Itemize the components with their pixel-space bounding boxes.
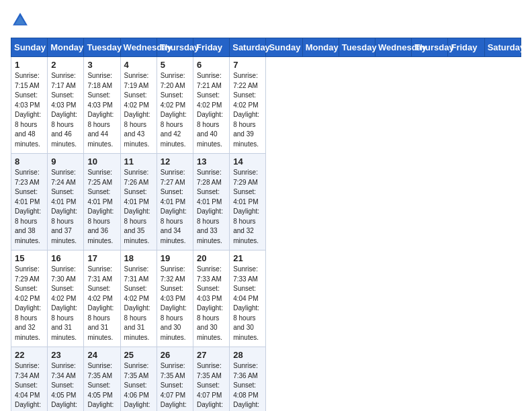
cell-info: Sunrise: 7:24 AMSunset: 4:01 PMDaylight:… <box>51 168 80 246</box>
col-header-tuesday: Tuesday <box>84 38 120 57</box>
week-row-4: 22Sunrise: 7:34 AMSunset: 4:04 PMDayligh… <box>11 347 521 412</box>
calendar-cell: 10Sunrise: 7:25 AMSunset: 4:01 PMDayligh… <box>84 154 120 250</box>
cell-info: Sunrise: 7:21 AMSunset: 4:02 PMDaylight:… <box>197 71 226 149</box>
col-header-wednesday: Wednesday <box>375 38 412 57</box>
calendar-header-row: SundayMondayTuesdayWednesdayThursdayFrid… <box>11 38 521 57</box>
cell-info: Sunrise: 7:29 AMSunset: 4:02 PMDaylight:… <box>15 265 44 342</box>
calendar-cell: 26Sunrise: 7:35 AMSunset: 4:07 PMDayligh… <box>157 347 193 412</box>
cell-info: Sunrise: 7:29 AMSunset: 4:01 PMDaylight:… <box>233 168 262 246</box>
calendar-cell: 6Sunrise: 7:21 AMSunset: 4:02 PMDaylight… <box>193 57 230 154</box>
day-number: 5 <box>161 60 189 70</box>
day-number: 2 <box>51 60 80 70</box>
calendar-cell: 12Sunrise: 7:27 AMSunset: 4:01 PMDayligh… <box>157 154 193 250</box>
week-row-2: 8Sunrise: 7:23 AMSunset: 4:01 PMDaylight… <box>11 154 521 250</box>
day-number: 25 <box>124 350 153 360</box>
col-header-monday: Monday <box>48 38 84 57</box>
day-number: 28 <box>233 350 262 360</box>
calendar-cell: 9Sunrise: 7:24 AMSunset: 4:01 PMDaylight… <box>48 154 84 250</box>
logo <box>11 11 32 30</box>
calendar-cell: 15Sunrise: 7:29 AMSunset: 4:02 PMDayligh… <box>11 250 48 347</box>
calendar-cell: 22Sunrise: 7:34 AMSunset: 4:04 PMDayligh… <box>11 347 48 412</box>
cell-info: Sunrise: 7:33 AMSunset: 4:04 PMDaylight:… <box>233 265 262 342</box>
cell-info: Sunrise: 7:32 AMSunset: 4:03 PMDaylight:… <box>161 265 189 342</box>
day-number: 4 <box>124 60 153 70</box>
calendar-cell: 28Sunrise: 7:36 AMSunset: 4:08 PMDayligh… <box>230 347 266 412</box>
day-number: 19 <box>161 253 189 263</box>
col-header-thursday: Thursday <box>157 38 193 57</box>
calendar-cell: 25Sunrise: 7:35 AMSunset: 4:06 PMDayligh… <box>120 347 157 412</box>
col-header-friday: Friday <box>448 38 484 57</box>
calendar-cell: 27Sunrise: 7:35 AMSunset: 4:07 PMDayligh… <box>193 347 230 412</box>
day-number: 8 <box>15 156 44 167</box>
col-header-friday: Friday <box>193 38 230 57</box>
calendar-cell: 1Sunrise: 7:15 AMSunset: 4:03 PMDaylight… <box>11 57 48 154</box>
cell-info: Sunrise: 7:17 AMSunset: 4:03 PMDaylight:… <box>51 71 80 149</box>
day-number: 15 <box>15 253 44 263</box>
cell-info: Sunrise: 7:27 AMSunset: 4:01 PMDaylight:… <box>161 168 189 246</box>
col-header-sunday: Sunday <box>11 38 48 57</box>
col-header-saturday: Saturday <box>230 38 266 57</box>
day-number: 10 <box>87 156 116 167</box>
day-number: 17 <box>87 253 116 263</box>
col-header-wednesday: Wednesday <box>120 38 157 57</box>
cell-info: Sunrise: 7:35 AMSunset: 4:05 PMDaylight:… <box>87 361 116 411</box>
calendar-cell: 3Sunrise: 7:18 AMSunset: 4:03 PMDaylight… <box>84 57 120 154</box>
calendar-cell: 21Sunrise: 7:33 AMSunset: 4:04 PMDayligh… <box>230 250 266 347</box>
calendar-cell: 19Sunrise: 7:32 AMSunset: 4:03 PMDayligh… <box>157 250 193 347</box>
day-number: 16 <box>51 253 80 263</box>
cell-info: Sunrise: 7:22 AMSunset: 4:02 PMDaylight:… <box>233 71 262 149</box>
calendar-cell: 2Sunrise: 7:17 AMSunset: 4:03 PMDaylight… <box>48 57 84 154</box>
calendar-cell: 5Sunrise: 7:20 AMSunset: 4:02 PMDaylight… <box>157 57 193 154</box>
cell-info: Sunrise: 7:19 AMSunset: 4:02 PMDaylight:… <box>124 71 153 149</box>
cell-info: Sunrise: 7:26 AMSunset: 4:01 PMDaylight:… <box>124 168 153 246</box>
week-row-1: 1Sunrise: 7:15 AMSunset: 4:03 PMDaylight… <box>11 57 521 154</box>
calendar-cell: 17Sunrise: 7:31 AMSunset: 4:02 PMDayligh… <box>84 250 120 347</box>
day-number: 24 <box>87 350 116 360</box>
calendar-cell: 14Sunrise: 7:29 AMSunset: 4:01 PMDayligh… <box>230 154 266 250</box>
calendar-cell: 7Sunrise: 7:22 AMSunset: 4:02 PMDaylight… <box>230 57 266 154</box>
cell-info: Sunrise: 7:33 AMSunset: 4:03 PMDaylight:… <box>197 265 226 342</box>
cell-info: Sunrise: 7:36 AMSunset: 4:08 PMDaylight:… <box>233 361 262 411</box>
day-number: 23 <box>51 350 80 360</box>
cell-info: Sunrise: 7:35 AMSunset: 4:06 PMDaylight:… <box>124 361 153 411</box>
calendar-cell: 23Sunrise: 7:34 AMSunset: 4:05 PMDayligh… <box>48 347 84 412</box>
col-header-tuesday: Tuesday <box>339 38 375 57</box>
cell-info: Sunrise: 7:15 AMSunset: 4:03 PMDaylight:… <box>15 71 44 149</box>
week-row-3: 15Sunrise: 7:29 AMSunset: 4:02 PMDayligh… <box>11 250 521 347</box>
day-number: 12 <box>161 156 189 167</box>
day-number: 14 <box>233 156 262 167</box>
day-number: 6 <box>197 60 226 70</box>
day-number: 18 <box>124 253 153 263</box>
calendar-cell: 11Sunrise: 7:26 AMSunset: 4:01 PMDayligh… <box>120 154 157 250</box>
cell-info: Sunrise: 7:31 AMSunset: 4:02 PMDaylight:… <box>124 265 153 342</box>
calendar-cell: 20Sunrise: 7:33 AMSunset: 4:03 PMDayligh… <box>193 250 230 347</box>
col-header-saturday: Saturday <box>484 38 521 57</box>
page-header <box>11 11 521 30</box>
day-number: 3 <box>87 60 116 70</box>
day-number: 22 <box>15 350 44 360</box>
cell-info: Sunrise: 7:35 AMSunset: 4:07 PMDaylight:… <box>197 361 226 411</box>
cell-info: Sunrise: 7:30 AMSunset: 4:02 PMDaylight:… <box>51 265 80 342</box>
day-number: 9 <box>51 156 80 167</box>
col-header-monday: Monday <box>302 38 339 57</box>
cell-info: Sunrise: 7:23 AMSunset: 4:01 PMDaylight:… <box>15 168 44 246</box>
cell-info: Sunrise: 7:34 AMSunset: 4:05 PMDaylight:… <box>51 361 80 411</box>
day-number: 13 <box>197 156 226 167</box>
logo-icon <box>11 11 30 30</box>
calendar-cell: 8Sunrise: 7:23 AMSunset: 4:01 PMDaylight… <box>11 154 48 250</box>
calendar-cell: 16Sunrise: 7:30 AMSunset: 4:02 PMDayligh… <box>48 250 84 347</box>
calendar-table: SundayMondayTuesdayWednesdayThursdayFrid… <box>11 38 521 411</box>
cell-info: Sunrise: 7:20 AMSunset: 4:02 PMDaylight:… <box>161 71 189 149</box>
cell-info: Sunrise: 7:31 AMSunset: 4:02 PMDaylight:… <box>87 265 116 342</box>
cell-info: Sunrise: 7:35 AMSunset: 4:07 PMDaylight:… <box>161 361 189 411</box>
day-number: 11 <box>124 156 153 167</box>
day-number: 7 <box>233 60 262 70</box>
calendar-cell: 24Sunrise: 7:35 AMSunset: 4:05 PMDayligh… <box>84 347 120 412</box>
calendar-cell: 18Sunrise: 7:31 AMSunset: 4:02 PMDayligh… <box>120 250 157 347</box>
cell-info: Sunrise: 7:34 AMSunset: 4:04 PMDaylight:… <box>15 361 44 411</box>
day-number: 26 <box>161 350 189 360</box>
day-number: 20 <box>197 253 226 263</box>
calendar-cell: 4Sunrise: 7:19 AMSunset: 4:02 PMDaylight… <box>120 57 157 154</box>
day-number: 27 <box>197 350 226 360</box>
col-header-sunday: Sunday <box>266 38 302 57</box>
